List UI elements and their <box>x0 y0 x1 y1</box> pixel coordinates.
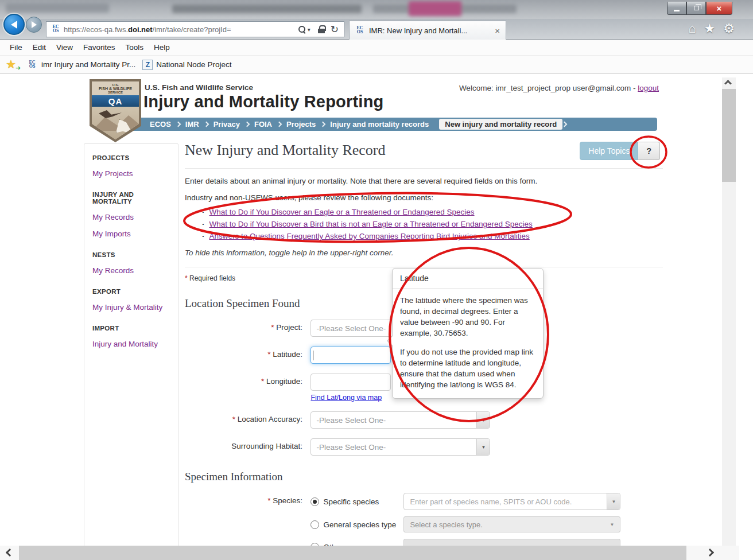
forward-button[interactable] <box>26 17 42 33</box>
url-text[interactable]: https://ecos-qa.fws.doi.net/imr/take/cre… <box>64 25 297 34</box>
background-document-title-blob <box>172 5 362 13</box>
add-favorite-icon[interactable]: ★ ➜ <box>6 59 20 71</box>
radio-specific-species[interactable] <box>310 497 319 506</box>
sidebar-link-my-records[interactable]: My Records <box>92 213 170 221</box>
breadcrumb-item-projects[interactable]: Projects <box>281 120 321 129</box>
minimize-button[interactable] <box>667 2 686 15</box>
sidebar-heading-nests: NESTS <box>92 251 170 258</box>
longitude-label: Longitude: <box>266 377 302 386</box>
sidebar-heading-injury-mortality: INJURY AND MORTALITY <box>92 191 170 205</box>
sidebar-link-import-injury-mortality[interactable]: Injury and Mortality <box>92 340 170 348</box>
help-button-group: Help Topics ? <box>580 142 660 160</box>
select-arrow-icon[interactable]: ▼ <box>476 439 490 455</box>
tab-favicon: EC OS <box>354 26 366 35</box>
scroll-up-icon[interactable] <box>724 80 732 87</box>
breadcrumb-item-foia[interactable]: FOIA <box>249 120 277 129</box>
vertical-scrollbar[interactable] <box>722 77 736 554</box>
location-accuracy-label: Location Accuracy: <box>238 415 302 423</box>
back-button[interactable] <box>3 14 25 35</box>
vertical-scrollbar-thumb[interactable] <box>722 89 736 182</box>
agency-name: U.S. Fish and Wildlife Service <box>145 83 253 92</box>
search-icon[interactable] <box>298 26 306 33</box>
search-dropdown-caret-icon[interactable]: ▾ <box>308 26 310 33</box>
surrounding-habitat-select[interactable]: -Please Select One- ▼ <box>310 438 490 456</box>
menu-item-view[interactable]: View <box>51 43 78 52</box>
general-species-option: General species type Select a species ty… <box>310 516 620 532</box>
location-accuracy-row: * Location Accuracy: -Please Select One-… <box>185 411 663 429</box>
radio-general-species-type[interactable] <box>310 520 319 529</box>
lock-icon[interactable] <box>318 25 325 33</box>
hide-help-note: To hide this information, toggle help in… <box>185 248 663 257</box>
sidebar-link-export-injury-mortality[interactable]: My Injury & Mortality <box>92 303 170 312</box>
address-bar[interactable]: EC OS https://ecos-qa.fws.doi.net/imr/ta… <box>46 21 344 37</box>
tooltip-title: Latitude <box>393 269 543 289</box>
logout-link[interactable]: logout <box>638 84 659 92</box>
help-topics-button[interactable]: Help Topics <box>580 142 638 160</box>
review-prompt: Industry and non-USFWS users, please rev… <box>185 193 663 202</box>
specific-species-option: Specific species Enter part of species n… <box>310 493 620 510</box>
breadcrumb-item-imr[interactable]: IMR <box>180 120 204 129</box>
select-arrow-icon[interactable]: ▼ <box>476 412 490 428</box>
browser-command-icons: ⌂ ★ ⚙ <box>688 22 735 35</box>
tooltip-paragraph: The latitude where the specimen was foun… <box>400 295 535 339</box>
favorites-icon[interactable]: ★ <box>704 22 716 35</box>
breadcrumb: ECOS IMR Privacy FOIA Projects Injury an… <box>114 118 657 131</box>
menu-item-help[interactable]: Help <box>149 43 175 52</box>
tab-title: IMR: New Injury and Mortali... <box>369 26 490 35</box>
list-item: ·Answers to Questions Frequently Asked b… <box>202 232 663 240</box>
sidebar-link-my-projects[interactable]: My Projects <box>92 169 170 178</box>
latitude-tooltip: Latitude The latitude where the specimen… <box>392 268 544 399</box>
help-toggle-button[interactable]: ? <box>638 142 660 160</box>
doc-link-faq[interactable]: Answers to Questions Frequently Asked by… <box>209 232 530 240</box>
select-arrow-icon[interactable]: ▼ <box>607 493 620 510</box>
divider <box>185 267 663 267</box>
species-type-select[interactable]: Select a species type. ▼ <box>403 516 620 532</box>
refresh-icon[interactable]: ↻ <box>331 25 339 34</box>
menu-bar: File Edit View Favorites Tools Help <box>0 40 753 56</box>
sidebar-link-my-imports[interactable]: My Imports <box>92 230 170 238</box>
latitude-input[interactable] <box>310 347 391 364</box>
qa-badge: QA <box>92 95 139 107</box>
menu-item-file[interactable]: File <box>5 43 28 52</box>
browser-tab[interactable]: EC OS IMR: New Injury and Mortali... × <box>349 21 506 40</box>
scroll-left-icon[interactable] <box>6 549 14 557</box>
chevron-icon <box>562 122 568 127</box>
sidebar-link-nests-my-records[interactable]: My Records <box>92 266 170 275</box>
fws-logo: U.S. FISH & WILDLIFE SERVICE QA <box>90 79 141 142</box>
menu-item-favorites[interactable]: Favorites <box>78 43 121 52</box>
breadcrumb-item-ecos[interactable]: ECOS <box>145 120 176 129</box>
home-icon[interactable]: ⌂ <box>688 22 696 35</box>
background-quick-access-blob <box>6 3 109 13</box>
doc-link-non-eagle[interactable]: What to Do if You Discover a Bird that i… <box>209 220 533 228</box>
favorite-item-national-node[interactable]: Z National Node Project <box>142 60 231 70</box>
horizontal-scrollbar[interactable] <box>0 546 739 560</box>
address-bar-icons: ▾ ↻ <box>297 25 340 34</box>
tab-close-icon[interactable]: × <box>494 26 501 36</box>
doc-link-eagle[interactable]: What to Do if You Discover an Eagle or a… <box>209 208 475 216</box>
menu-item-edit[interactable]: Edit <box>28 43 51 52</box>
location-accuracy-select[interactable]: -Please Select One- ▼ <box>310 411 490 429</box>
app-title: Injury and Mortality Reporting <box>143 92 383 111</box>
scroll-right-icon[interactable] <box>706 549 714 557</box>
favorite-item-imr[interactable]: EC OS imr Injury and Mortality Pr... <box>26 60 135 69</box>
page-content: U.S. FISH & WILDLIFE SERVICE QA U.S. Fis… <box>0 74 753 560</box>
welcome-text: Welcome: imr_test_project_prop user@gmai… <box>395 84 659 92</box>
breadcrumb-item-privacy[interactable]: Privacy <box>208 120 245 129</box>
settings-icon[interactable]: ⚙ <box>723 22 735 35</box>
longitude-input[interactable] <box>310 374 391 391</box>
breadcrumb-item-records[interactable]: Injury and mortality records <box>325 120 434 129</box>
background-window-titlebar <box>0 0 753 19</box>
surrounding-habitat-row: Surrounding Habitat: -Please Select One-… <box>185 438 663 456</box>
find-latlong-link[interactable]: Find Lat/Long via map <box>310 394 391 402</box>
browser-window: × EC OS https://ecos-qa.fws.doi.net/imr/… <box>0 0 753 560</box>
close-button[interactable]: × <box>706 2 732 15</box>
species-search-combo[interactable]: Enter part of species name, SPITS or AOU… <box>403 493 620 510</box>
duck-icon <box>99 110 122 118</box>
menu-item-tools[interactable]: Tools <box>121 43 149 52</box>
horizontal-scrollbar-thumb[interactable] <box>19 546 686 560</box>
background-ribbon-tab-blob <box>409 1 461 16</box>
restore-button[interactable] <box>686 2 706 15</box>
list-item: ·What to Do if You Discover a Bird that … <box>202 220 663 228</box>
tooltip-arrow <box>387 335 393 347</box>
section-heading-specimen: Specimen Information <box>185 470 663 483</box>
